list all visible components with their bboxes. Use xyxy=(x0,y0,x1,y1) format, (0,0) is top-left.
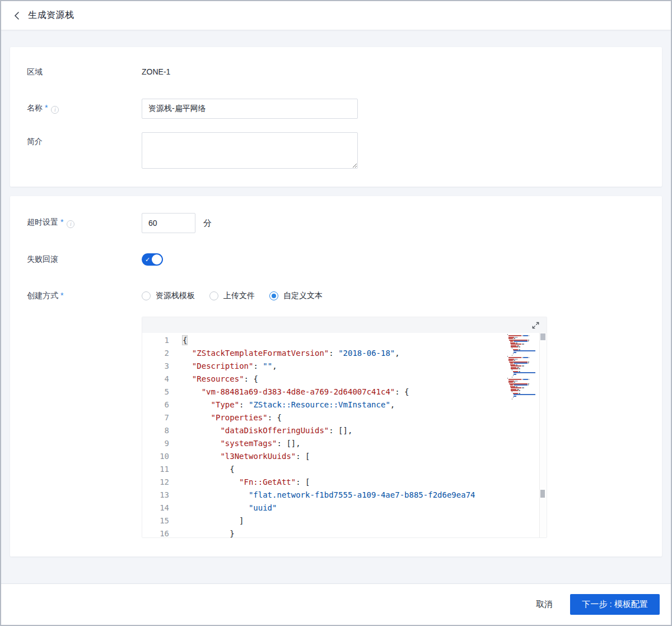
line-number: 8 xyxy=(142,424,169,437)
radio-label: 上传文件 xyxy=(223,291,255,301)
form-content: 区域 ZONE-1 名称* 简介 超时设置* xyxy=(1,30,671,583)
radio-icon xyxy=(209,291,218,300)
radio-icon xyxy=(142,291,151,300)
line-number: 2 xyxy=(142,347,169,360)
zone-label: 区域 xyxy=(27,67,142,77)
code-line[interactable]: 12"Fn::GetAtt": [ xyxy=(142,476,507,489)
editor-overview-ruler[interactable] xyxy=(539,333,547,538)
line-number: 1 xyxy=(142,334,169,347)
radio-label: 资源栈模板 xyxy=(156,291,195,301)
radio-option[interactable]: 自定义文本 xyxy=(269,291,323,301)
editor-body[interactable]: 1{2"ZStackTemplateFormatVersion": "2018-… xyxy=(142,333,547,538)
editor-minimap[interactable] xyxy=(507,333,539,538)
editor-lines[interactable]: 1{2"ZStackTemplateFormatVersion": "2018-… xyxy=(142,334,507,538)
line-number: 16 xyxy=(142,527,169,538)
name-input[interactable] xyxy=(142,99,358,119)
create-resource-stack-page: 生成资源栈 区域 ZONE-1 名称* 简介 xyxy=(0,0,672,626)
code-line[interactable]: 1{ xyxy=(142,334,507,347)
code-line[interactable]: 13"flat.network-f1bd7555-a109-4ae7-b885-… xyxy=(142,489,507,502)
line-number: 9 xyxy=(142,437,169,450)
code-line[interactable]: 4"Resources": { xyxy=(142,373,507,386)
line-number: 14 xyxy=(142,502,169,514)
name-row: 名称* xyxy=(27,99,645,119)
code-text: "Fn::GetAtt": [ xyxy=(169,476,507,489)
next-step-button[interactable]: 下一步 : 模板配置 xyxy=(570,594,660,615)
radio-label: 自定义文本 xyxy=(283,291,323,301)
line-number: 11 xyxy=(142,463,169,476)
timeout-unit: 分 xyxy=(203,218,212,229)
code-line[interactable]: 2"ZStackTemplateFormatVersion": "2018-06… xyxy=(142,347,507,360)
code-text: { xyxy=(169,334,507,347)
code-line[interactable]: 16} xyxy=(142,527,507,538)
code-line[interactable]: 11{ xyxy=(142,463,507,476)
line-number: 13 xyxy=(142,489,169,502)
description-textarea[interactable] xyxy=(142,132,358,169)
fullscreen-expand-icon[interactable] xyxy=(531,321,540,330)
code-line[interactable]: 15] xyxy=(142,514,507,527)
code-text: "vm-88481a69-d383-4d8e-a769-2d64007c41c4… xyxy=(169,386,507,398)
overview-marker xyxy=(540,490,545,498)
back-button[interactable] xyxy=(13,11,20,20)
code-text: { xyxy=(169,463,507,476)
line-number: 5 xyxy=(142,386,169,398)
page-title: 生成资源栈 xyxy=(28,10,74,21)
page-header: 生成资源栈 xyxy=(1,1,671,30)
name-label: 名称* xyxy=(27,99,142,119)
basic-info-card: 区域 ZONE-1 名称* 简介 xyxy=(10,47,662,187)
code-text: "systemTags": [], xyxy=(169,437,507,450)
code-line[interactable]: 3"Description": "", xyxy=(142,360,507,373)
timeout-label: 超时设置* xyxy=(27,213,142,233)
code-text: "Resources": { xyxy=(169,373,507,386)
code-line[interactable]: 14"uuid" xyxy=(142,502,507,514)
cancel-button[interactable]: 取消 xyxy=(536,599,553,610)
code-line[interactable]: 10"l3NetworkUuids": [ xyxy=(142,450,507,463)
create-method-row: 创建方式* 资源栈模板上传文件自定义文本 xyxy=(27,288,645,538)
radio-option[interactable]: 上传文件 xyxy=(209,291,255,301)
code-editor[interactable]: 1{2"ZStackTemplateFormatVersion": "2018-… xyxy=(142,317,547,538)
rollback-toggle[interactable] xyxy=(142,253,163,266)
line-number: 7 xyxy=(142,411,169,424)
code-text: "l3NetworkUuids": [ xyxy=(169,450,507,463)
check-icon xyxy=(145,255,150,264)
code-line[interactable]: 7"Properties": { xyxy=(142,411,507,424)
code-text: "dataDiskOfferingUuids": [], xyxy=(169,424,507,437)
code-line[interactable]: 6"Type": "ZStack::Resource::VmInstance", xyxy=(142,398,507,411)
description-label: 简介 xyxy=(27,132,142,171)
zone-row: 区域 ZONE-1 xyxy=(27,67,645,77)
timeout-row: 超时设置* 分 xyxy=(27,213,645,233)
create-method-options: 资源栈模板上传文件自定义文本 xyxy=(142,288,645,301)
code-text: "flat.network-f1bd7555-a109-4ae7-b885-f2… xyxy=(169,489,507,502)
radio-option[interactable]: 资源栈模板 xyxy=(142,291,195,301)
zone-value: ZONE-1 xyxy=(142,67,645,77)
scrollbar-thumb[interactable] xyxy=(540,333,545,340)
line-number: 4 xyxy=(142,373,169,386)
settings-card: 超时设置* 分 失败回滚 创建方式* xyxy=(10,196,662,557)
chevron-left-icon xyxy=(13,11,20,20)
code-line[interactable]: 9"systemTags": [], xyxy=(142,437,507,450)
code-line[interactable]: 8"dataDiskOfferingUuids": [], xyxy=(142,424,507,437)
code-text: "Properties": { xyxy=(169,411,507,424)
line-number: 12 xyxy=(142,476,169,489)
rollback-row: 失败回滚 xyxy=(27,253,645,266)
info-icon[interactable] xyxy=(67,220,74,228)
footer-bar: 取消 下一步 : 模板配置 xyxy=(1,583,671,625)
line-number: 3 xyxy=(142,360,169,373)
code-text: ] xyxy=(169,514,507,527)
required-asterisk: * xyxy=(60,291,63,300)
toggle-knob xyxy=(152,254,162,265)
code-text: "Type": "ZStack::Resource::VmInstance", xyxy=(169,398,507,411)
code-text: "ZStackTemplateFormatVersion": "2018-06-… xyxy=(169,347,507,360)
info-icon[interactable] xyxy=(51,106,59,114)
timeout-input[interactable] xyxy=(142,213,195,233)
radio-icon xyxy=(269,291,278,300)
required-asterisk: * xyxy=(45,103,48,112)
line-number: 15 xyxy=(142,514,169,527)
minimap-line xyxy=(507,398,539,400)
rollback-label: 失败回滚 xyxy=(27,253,142,266)
code-text: "Description": "", xyxy=(169,360,507,373)
code-text: "uuid" xyxy=(169,502,507,514)
code-text: } xyxy=(169,527,507,538)
editor-toolbar xyxy=(142,317,547,333)
line-number: 6 xyxy=(142,398,169,411)
code-line[interactable]: 5"vm-88481a69-d383-4d8e-a769-2d64007c41c… xyxy=(142,386,507,398)
